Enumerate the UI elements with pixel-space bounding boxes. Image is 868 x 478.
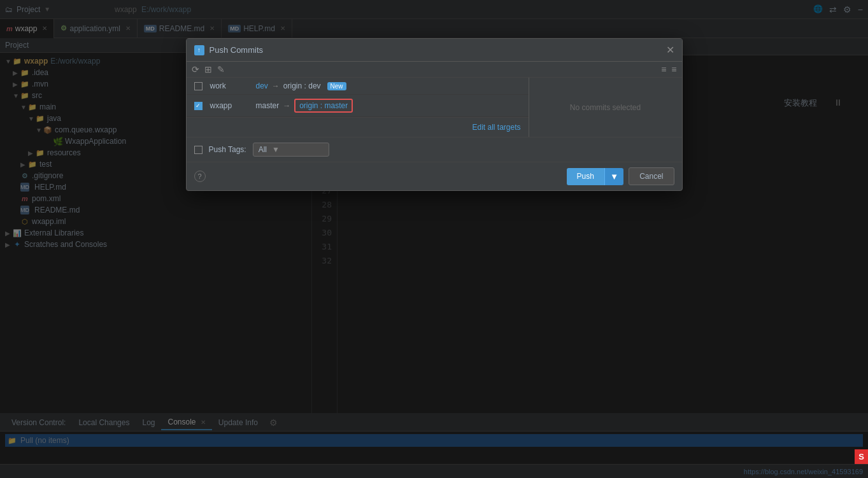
branch-info-wxapp: master → origin : master: [256, 99, 353, 113]
dropdown-arrow-icon: ▼: [272, 145, 280, 154]
edit-all-targets-link[interactable]: Edit all targets: [472, 123, 520, 132]
push-tool-btn-5[interactable]: ≡: [671, 64, 676, 74]
push-main-button[interactable]: Push: [567, 168, 604, 185]
dialog-title-text: Push Commits: [210, 45, 661, 55]
checkbox-work[interactable]: [194, 82, 203, 90]
dialog-footer: ? Push ▼ Cancel: [187, 162, 682, 190]
push-tags-checkbox[interactable]: [194, 146, 203, 154]
push-tags-dropdown[interactable]: All ▼: [253, 143, 329, 157]
dialog-body: work dev → origin : dev New ✓ wxapp: [187, 78, 682, 137]
dialog-toolbar: ⟳ ⊞ ✎ ≡ ≡: [187, 62, 682, 78]
branch-arrow-work: →: [272, 81, 280, 90]
push-tool-btn-4[interactable]: ≡: [661, 64, 666, 74]
dialog-overlay: ↑ Push Commits ✕ ⟳ ⊞ ✎ ≡ ≡: [0, 0, 868, 478]
dialog-close-button[interactable]: ✕: [666, 44, 674, 56]
commits-row-work[interactable]: work dev → origin : dev New: [187, 78, 529, 95]
edit-targets-area: Edit all targets: [187, 117, 529, 137]
push-tags-row: Push Tags: All ▼: [187, 137, 682, 162]
branch-info-work: dev → origin : dev New: [256, 81, 346, 90]
new-badge-work: New: [327, 82, 346, 90]
help-button[interactable]: ?: [194, 171, 206, 182]
branch-master: master: [256, 101, 280, 110]
cancel-button[interactable]: Cancel: [629, 167, 674, 185]
push-tool-btn-1[interactable]: ⟳: [192, 64, 199, 74]
push-dropdown-button[interactable]: ▼: [604, 168, 623, 185]
branch-arrow-wxapp: →: [283, 101, 290, 110]
no-commits-text: No commits selected: [562, 95, 648, 120]
branch-dev: dev: [256, 81, 268, 90]
repo-name-work: work: [210, 81, 248, 90]
main-container: 🗂 Project ▼ 🌐 ⇄ ⚙ − wxapp E:/work/wxapp …: [0, 0, 868, 478]
dialog-title-icon: ↑: [194, 45, 204, 55]
commits-detail: No commits selected: [529, 78, 682, 137]
csdn-badge: S: [855, 449, 868, 464]
push-btn-group: Push ▼: [567, 168, 624, 185]
push-tags-value: All: [259, 145, 267, 154]
checkbox-wxapp[interactable]: ✓: [194, 102, 203, 110]
push-tool-btn-2[interactable]: ⊞: [204, 64, 212, 74]
dialog-title-bar: ↑ Push Commits ✕: [187, 39, 682, 62]
commits-list: work dev → origin : dev New ✓ wxapp: [187, 78, 529, 137]
branch-origin-dev: origin : dev: [283, 81, 321, 90]
push-tags-label: Push Tags:: [209, 145, 246, 154]
commits-row-wxapp[interactable]: ✓ wxapp master → origin : master: [187, 95, 529, 117]
push-commits-dialog: ↑ Push Commits ✕ ⟳ ⊞ ✎ ≡ ≡: [186, 38, 683, 191]
push-tool-btn-3[interactable]: ✎: [217, 64, 225, 74]
repo-name-wxapp: wxapp: [210, 101, 248, 110]
push-icon-symbol: ↑: [197, 46, 201, 53]
origin-master-box: origin : master: [294, 99, 353, 113]
